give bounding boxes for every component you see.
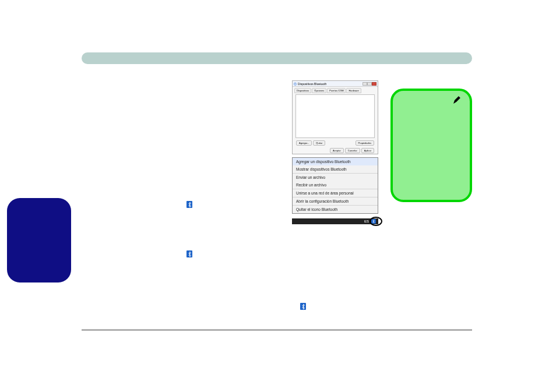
- bluetooth-step-icon: [300, 303, 306, 310]
- menu-item-remove-icon[interactable]: Quitar el icono Bluetooth: [293, 206, 378, 213]
- dialog-title: Dispositivos Bluetooth: [298, 82, 326, 86]
- tab-options[interactable]: Opciones: [312, 88, 326, 93]
- apply-button[interactable]: Aplicar: [361, 148, 374, 153]
- bluetooth-step-icon: [186, 250, 192, 257]
- decorative-blue-block: [7, 198, 71, 282]
- remove-button[interactable]: Quitar: [313, 140, 325, 146]
- pencil-icon-svg: [452, 96, 462, 105]
- device-list-empty: [295, 94, 375, 138]
- annotation-card: [390, 89, 472, 202]
- properties-button[interactable]: Propiedades: [356, 140, 374, 146]
- add-button[interactable]: Agregar...: [296, 140, 312, 146]
- menu-item-show-devices[interactable]: Mostrar dispositivos Bluetooth: [293, 165, 378, 173]
- dialog-titlebar: ⓘ Dispositivos Bluetooth: [293, 81, 378, 87]
- menu-item-receive-file[interactable]: Recibir un archivo: [293, 181, 378, 189]
- minimize-button[interactable]: [363, 82, 367, 86]
- ok-button[interactable]: Aceptar: [330, 148, 344, 153]
- menu-item-join-pan[interactable]: Unirse a una red de área personal: [293, 189, 378, 197]
- menu-item-add-device[interactable]: Agregar un dispositivo Bluetooth: [293, 158, 378, 165]
- bluetooth-step-icon: [186, 201, 192, 208]
- bluetooth-context-menu: Agregar un dispositivo Bluetooth Mostrar…: [292, 157, 378, 214]
- tab-com-ports[interactable]: Puertos COM: [327, 88, 346, 93]
- page: ⓘ Dispositivos Bluetooth Dispositivos Op…: [0, 0, 556, 392]
- info-icon: ⓘ: [294, 82, 297, 86]
- tab-devices[interactable]: Dispositivos: [294, 88, 311, 93]
- dialog-buttons-row-1: Agregar... Quitar Propiedades: [293, 140, 378, 146]
- taskbar-language[interactable]: ES: [364, 220, 369, 223]
- close-button[interactable]: [372, 82, 376, 86]
- menu-item-open-settings[interactable]: Abrir la configuración Bluetooth: [293, 197, 378, 205]
- dialog-tabs: Dispositivos Opciones Puertos COM Hardwa…: [293, 87, 378, 93]
- tab-hardware[interactable]: Hardware: [346, 88, 361, 93]
- menu-item-send-file[interactable]: Enviar un archivo: [293, 174, 378, 181]
- window-controls: [363, 82, 376, 86]
- bluetooth-dialog: ⓘ Dispositivos Bluetooth Dispositivos Op…: [292, 80, 378, 154]
- callout-ellipse: [370, 217, 382, 226]
- maximize-button[interactable]: [367, 82, 372, 86]
- cancel-button[interactable]: Cancelar: [345, 148, 360, 153]
- pencil-icon: [452, 96, 462, 107]
- banner-bar: [82, 52, 472, 64]
- taskbar: ES: [292, 218, 378, 224]
- footer-separator: [82, 329, 472, 331]
- dialog-buttons-row-2: Aceptar Cancelar Aplicar: [293, 148, 378, 156]
